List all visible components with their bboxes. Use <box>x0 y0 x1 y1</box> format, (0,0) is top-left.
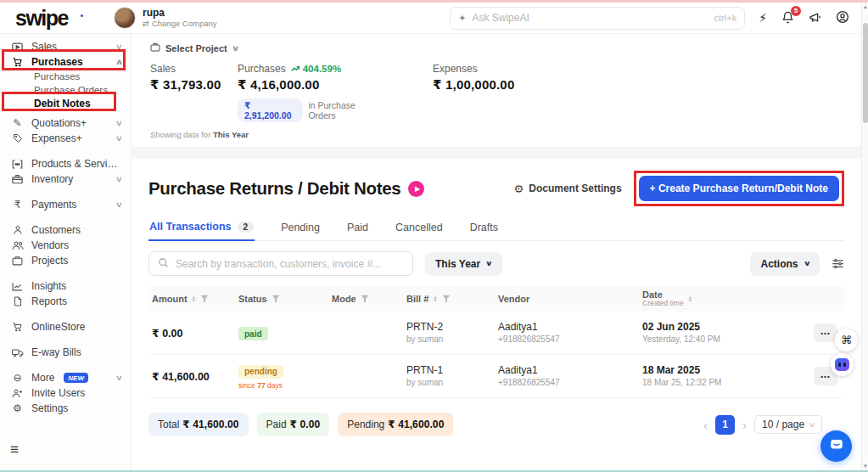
scroll-down-icon[interactable]: ▼ <box>862 462 868 470</box>
period-filter-button[interactable]: This Year ∨ <box>425 252 502 276</box>
filter-icon[interactable] <box>272 295 280 303</box>
filter-icon[interactable] <box>200 295 209 303</box>
tab-drafts[interactable]: Drafts <box>469 217 499 240</box>
chevron-down-icon: ∨ <box>809 421 815 429</box>
sidebar-item-debit-notes[interactable]: Debit Notes <box>0 97 131 110</box>
ask-swipeai-input[interactable] <box>472 12 714 24</box>
bill-by: by suman <box>406 334 498 345</box>
transaction-search-input[interactable] <box>176 258 404 270</box>
sort-icon[interactable]: ▲▼ <box>688 295 692 303</box>
scrollbar-thumb[interactable] <box>863 23 868 123</box>
india-flag-icon <box>73 14 92 26</box>
table-row[interactable]: ₹ 0.00 paid PRTN-2 by suman Aaditya1 +91… <box>148 312 844 355</box>
tab-all-transactions[interactable]: All Transactions 2 <box>148 217 255 241</box>
sales-stat: Sales ₹ 31,793.00 <box>150 63 238 122</box>
create-purchase-return-button[interactable]: + Create Purchase Return/Debit Note <box>639 176 839 201</box>
command-shortcut-button[interactable]: ⌘ <box>835 329 858 351</box>
page-size-select[interactable]: 10 / page ∨ <box>754 415 822 434</box>
sidebar-item-purchases-sub[interactable]: Purchases <box>0 70 131 83</box>
sidebar-item-expenses[interactable]: Expenses+ ∨ <box>0 131 131 146</box>
sidebar-item-quotations[interactable]: ✎ Quotations+ ∨ <box>0 115 131 131</box>
row-menu-button[interactable]: ••• <box>814 323 837 342</box>
bell-icon[interactable]: 5 <box>781 11 794 25</box>
column-settings-icon[interactable] <box>832 258 844 269</box>
swipe-app: swipe rupa ⇄ Change Company ✦ ctrl+k ⚡ 5 <box>0 0 868 472</box>
next-page-icon[interactable]: › <box>742 419 747 431</box>
sidebar-item-invite-users[interactable]: Invite Users <box>0 385 131 401</box>
people-icon <box>11 240 24 250</box>
sidebar-item-projects[interactable]: Projects <box>0 253 131 268</box>
scroll-up-icon[interactable]: ▲ <box>862 3 868 11</box>
sidebar-item-payments[interactable]: ₹ Payments ∨ <box>0 197 131 212</box>
row-time: Yesterday, 12:40 PM <box>642 334 770 345</box>
top-border-line <box>0 0 868 3</box>
chevron-up-icon: ∧ <box>115 58 123 66</box>
person-icon <box>11 225 24 235</box>
chevron-down-icon: ∨ <box>485 260 493 267</box>
chat-support-button[interactable] <box>820 430 852 462</box>
sidebar-item-products-services[interactable]: Products & Services <box>0 156 131 171</box>
table-row[interactable]: ₹ 41,600.00 pending since 77 days PRTN-1… <box>148 355 844 398</box>
chevron-down-icon: ∨ <box>115 134 123 143</box>
sidebar-item-onlinestore[interactable]: OnlineStore <box>0 319 131 334</box>
shortcut-hint: ctrl+k <box>714 13 737 23</box>
truck-icon <box>11 348 24 357</box>
bill-by: by suman <box>406 377 498 388</box>
status-badge: paid <box>238 327 268 340</box>
pagination: ‹ 1 › 10 / page ∨ <box>703 415 822 435</box>
sidebar-item-sales[interactable]: Sales ∨ <box>0 39 131 54</box>
bill-number: PRTN-1 <box>406 364 498 377</box>
sidebar-item-reports[interactable]: Reports <box>0 294 131 309</box>
status-badge: pending <box>238 365 283 379</box>
transaction-search[interactable] <box>148 251 413 276</box>
sidebar-item-eway-bills[interactable]: E-way Bills <box>0 345 131 360</box>
products-icon <box>11 160 24 169</box>
chevron-down-icon: ∨ <box>115 119 123 127</box>
page-number[interactable]: 1 <box>715 415 735 435</box>
account-icon[interactable] <box>836 10 849 25</box>
tab-count-badge: 2 <box>238 222 255 233</box>
company-switcher[interactable]: rupa ⇄ Change Company <box>114 7 217 29</box>
stats-footnote: Showing data for This Year <box>150 130 843 139</box>
chevron-down-icon: ∨ <box>115 200 123 209</box>
row-date: 18 Mar 2025 <box>642 364 770 377</box>
notification-badge: 5 <box>791 6 801 16</box>
sidebar-item-vendors[interactable]: Vendors <box>0 238 131 253</box>
row-amount: ₹ 41,600.00 <box>152 371 210 383</box>
topbar: swipe rupa ⇄ Change Company ✦ ctrl+k ⚡ 5 <box>0 3 861 34</box>
change-company-label[interactable]: Change Company <box>152 19 217 28</box>
select-project-dropdown[interactable]: Select Project ∨ <box>150 42 238 53</box>
filter-icon[interactable] <box>361 295 369 303</box>
sidebar-item-settings[interactable]: ⚙ Settings <box>0 401 131 416</box>
sort-icon[interactable]: ▲▼ <box>192 295 196 303</box>
tab-paid[interactable]: Paid <box>346 217 369 240</box>
hamburger-icon[interactable]: ≡ <box>10 441 19 458</box>
filter-icon[interactable] <box>442 295 451 303</box>
more-circle-icon: ⊖ <box>11 372 24 384</box>
page-scrollbar[interactable]: ▲ ▼ <box>861 3 868 470</box>
prev-page-icon[interactable]: ‹ <box>703 419 708 431</box>
expenses-value: ₹ 1,00,000.00 <box>433 77 514 93</box>
ask-swipeai-search[interactable]: ✦ ctrl+k <box>450 7 745 30</box>
chevron-down-icon: ∨ <box>115 374 123 382</box>
ai-assistant-button[interactable] <box>831 353 854 376</box>
lightning-icon[interactable]: ⚡ <box>759 12 767 24</box>
sidebar-item-inventory[interactable]: Inventory ∨ <box>0 171 131 187</box>
purchases-value: ₹ 4,16,000.00 <box>238 77 380 93</box>
tab-cancelled[interactable]: Cancelled <box>395 217 444 240</box>
sidebar-item-more[interactable]: ⊖ More NEW ∨ <box>0 370 131 385</box>
play-video-icon[interactable]: ▶ <box>408 181 424 197</box>
sidebar-item-customers[interactable]: Customers <box>0 222 131 238</box>
briefcase-icon <box>150 42 160 53</box>
megaphone-icon[interactable] <box>809 11 821 25</box>
main-content: Select Project ∨ Sales ₹ 31,793.00 Purch… <box>132 34 861 470</box>
avatar[interactable] <box>114 7 136 29</box>
tab-pending[interactable]: Pending <box>280 217 321 240</box>
sort-icon[interactable]: ▲▼ <box>433 295 437 303</box>
person-plus-icon <box>11 388 24 398</box>
sidebar-item-purchases[interactable]: Purchases ∧ <box>0 54 131 70</box>
sidebar-item-purchase-orders[interactable]: Purchase Orders <box>0 83 131 97</box>
sidebar-item-insights[interactable]: Insights <box>0 278 131 294</box>
actions-button[interactable]: Actions ∨ <box>750 252 820 276</box>
document-settings-button[interactable]: ⚙ Document Settings <box>514 183 622 195</box>
